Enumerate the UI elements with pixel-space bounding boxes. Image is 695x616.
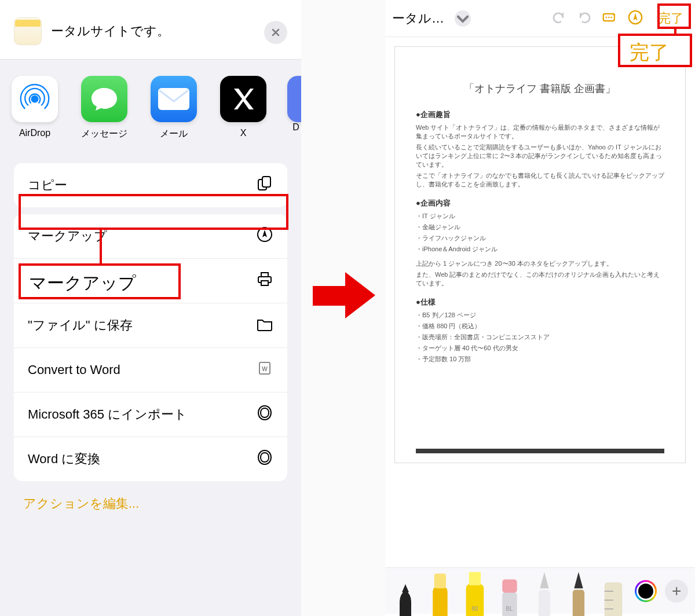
svg-rect-21 [538,590,550,616]
doc-sec2: ●企画内容 [416,198,664,208]
connector-line-1 [100,229,102,265]
action-list-2: マークアップ プリント "ファイル" に保存 Convert to Word W… [14,214,287,481]
doc-s1: ・B5 判／128 ページ [416,311,664,320]
arrow-icon [313,272,376,318]
airdrop-icon [12,76,58,122]
doc-l3: ・ライフハックジャンル [416,234,664,243]
share-item-partial[interactable]: D [287,76,301,140]
action-convert-word[interactable]: Convert to Word W [14,348,287,393]
tool-label-80: 80 [471,606,478,612]
airdrop-label: AirDrop [9,128,60,138]
partial-label: D [287,122,301,133]
action-word-convert[interactable]: Word に変換 [14,437,287,481]
color-picker-button[interactable] [635,580,657,602]
folder-icon [256,315,273,336]
svg-rect-15 [433,587,447,616]
share-item-x[interactable]: X [218,76,269,140]
word-icon: W [256,360,273,380]
right-markup-screen: ータル… 完了 完了 「オトナライフ 書籍版 企画書」 ●企画趣旨 Web サイ… [385,0,695,616]
doc-s3: ・販売場所：全国書店・コンビニエンスストア [416,333,664,342]
partial-icon [287,76,301,122]
chevron-down-icon[interactable] [455,10,471,27]
doc-p1a: Web サイト「オトナライフ」は、定番の情報から最新のネタまで、さまざまな情報が… [416,123,664,141]
svg-rect-3 [262,177,270,187]
tool-highlighter[interactable]: 80 [462,580,488,617]
svg-rect-18 [469,572,481,585]
doc-sec1: ●企画趣旨 [416,109,664,120]
doc-s4: ・ターゲット層 40 代〜60 代の男女 [416,344,664,353]
action-markup[interactable]: マークアップ [14,214,287,259]
doc-p2b: また、Web 記事のまとめだけでなく、この本だけのオリジナル企画も入れたいと考え… [416,270,664,288]
doc-p1c: そこで「オトナライフ」のなかでも書籍化しても長く読んでいける記事をピックアップし… [416,171,664,189]
action-word-convert-label: Word に変換 [28,450,100,468]
doc-l4: ・iPhone＆Android ジャンル [416,245,664,254]
svg-text:W: W [262,366,268,372]
markup-toolbar: 80 BL + [385,567,695,614]
tool-pen[interactable] [392,580,419,617]
action-copy[interactable]: コピー [14,163,287,207]
svg-rect-19 [502,591,517,616]
svg-point-12 [608,16,610,18]
share-header: ータルサイトです。 [0,0,301,59]
tool-lasso[interactable] [531,580,558,617]
action-print-label: プリント [28,272,81,289]
doc-s2: ・価格 880 円（税込） [416,322,664,331]
doc-sec3: ●仕様 [416,297,664,307]
close-button[interactable] [264,21,287,44]
add-button[interactable]: + [665,580,688,603]
markup-toggle-icon[interactable] [628,10,643,27]
action-save-files-label: "ファイル" に保存 [28,317,133,334]
svg-rect-6 [261,273,268,277]
doc-p2a: 上記から 1 ジャンルにつき 20〜30 本のネタをピックアップします。 [416,259,664,268]
doc-l1: ・IT ジャンル [416,212,664,221]
svg-rect-1 [158,88,189,110]
messages-icon [81,76,127,122]
share-item-airdrop[interactable]: AirDrop [9,76,60,140]
document-preview[interactable]: 「オトナライフ 書籍版 企画書」 ●企画趣旨 Web サイト「オトナライフ」は、… [394,46,686,463]
x-label: X [218,128,269,138]
svg-point-13 [610,16,612,18]
left-share-sheet: ータルサイトです。 AirDrop メッセージ メール [0,0,301,616]
share-apps-row: AirDrop メッセージ メール X D [0,60,301,149]
markup-icon [256,226,273,247]
m365-icon [256,404,273,425]
doc-footer-bar [416,449,664,453]
svg-rect-16 [434,574,446,588]
svg-rect-20 [502,580,517,593]
edit-actions-link[interactable]: アクションを編集... [23,495,278,512]
undo-icon[interactable] [551,10,566,27]
tool-eraser[interactable]: BL [496,580,523,617]
messages-label: メッセージ [79,128,130,140]
redo-icon[interactable] [577,10,592,27]
svg-rect-23 [605,582,623,616]
tool-ruler[interactable] [600,580,627,617]
print-icon [256,270,273,291]
connector-line-2 [674,28,676,36]
markup-header: ータル… 完了 [385,0,695,37]
doc-title: 「オトナライフ 書籍版 企画書」 [416,82,664,96]
mail-label: メール [148,128,199,140]
svg-point-0 [31,95,38,102]
action-m365-label: Microsoft 365 にインポート [28,406,187,423]
share-title: ータルサイトです。 [51,23,170,40]
action-save-files[interactable]: "ファイル" に保存 [14,303,287,348]
action-m365-import[interactable]: Microsoft 365 にインポート [14,393,287,437]
autofill-icon[interactable] [602,10,617,27]
share-item-messages[interactable]: メッセージ [79,76,130,140]
mail-icon [151,76,197,122]
action-list-1: コピー [14,163,287,207]
done-button[interactable]: 完了 [653,8,688,30]
action-convert-word-label: Convert to Word [28,362,120,377]
doc-l2: ・金融ジャンル [416,223,664,232]
action-print[interactable]: プリント [14,259,287,303]
copy-icon [256,175,273,196]
markup-title: ータル… [392,10,444,27]
svg-rect-7 [261,281,268,285]
tool-marker[interactable] [427,580,453,617]
m365-icon-2 [256,449,273,470]
doc-s5: ・予定部数 10 万部 [416,355,664,364]
share-item-mail[interactable]: メール [148,76,199,140]
svg-rect-22 [573,590,584,616]
tool-pencil[interactable] [565,580,592,617]
tool-label-bl: BL [506,606,513,612]
